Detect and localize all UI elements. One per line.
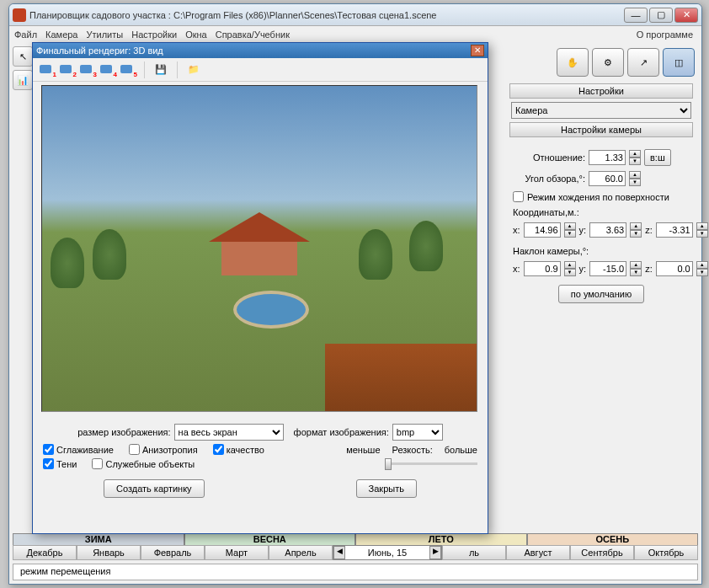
more-label: больше: [445, 445, 477, 455]
img-size-label: размер изображения:: [77, 427, 170, 437]
fov-down-icon[interactable]: ▼: [629, 179, 641, 186]
camera-1-icon[interactable]: 1: [40, 63, 55, 77]
menu-help[interactable]: Справка/Учебник: [216, 29, 290, 40]
smoothing-label: Сглаживание: [56, 445, 114, 455]
x-input[interactable]: [524, 222, 561, 238]
close-button[interactable]: ✕: [674, 8, 698, 23]
menu-settings[interactable]: Настройки: [131, 29, 177, 40]
spin-down-icon[interactable]: ▼: [630, 230, 642, 238]
spin-up-icon[interactable]: ▲: [564, 222, 576, 230]
maximize-button[interactable]: ▢: [649, 8, 673, 23]
minimize-button[interactable]: —: [624, 8, 648, 23]
tz-label: z:: [645, 264, 653, 274]
month-oct[interactable]: Октябрь: [634, 545, 698, 560]
titlebar[interactable]: Планировщик садового участка : C:\Progra…: [9, 4, 701, 26]
season-winter[interactable]: ЗИМА: [13, 533, 184, 545]
default-button[interactable]: по умолчанию: [558, 285, 644, 303]
month-jan[interactable]: Январь: [77, 545, 141, 560]
img-fmt-select[interactable]: bmp: [392, 424, 443, 441]
create-image-button[interactable]: Создать картинку: [104, 479, 205, 498]
aniso-label: Анизотропия: [142, 445, 198, 455]
right-panel: ✋ ⚙ ↗ ◫ Настройки Камера Настройки камер…: [504, 45, 698, 530]
month-feb[interactable]: Февраль: [141, 545, 205, 560]
ratio-up-icon[interactable]: ▲: [629, 150, 641, 158]
settings-header: Настройки: [509, 83, 693, 99]
z-input[interactable]: [656, 222, 693, 238]
month-sep[interactable]: Сентябрь: [570, 545, 634, 560]
svc-objects-checkbox[interactable]: [92, 458, 103, 469]
tilt-z-input[interactable]: [656, 261, 693, 276]
menu-camera[interactable]: Камера: [45, 29, 77, 40]
pointer-tool-icon[interactable]: ↖: [13, 46, 33, 67]
slider-thumb-icon[interactable]: [385, 458, 392, 470]
camera-3-icon[interactable]: 3: [80, 63, 95, 77]
timeline: ЗИМА ВЕСНА ЛЕТО ОСЕНЬ Декабрь Январь Фев…: [13, 533, 698, 560]
quality-label: качество: [227, 445, 264, 455]
ratio-input[interactable]: [589, 150, 626, 165]
quality-checkbox[interactable]: [213, 444, 224, 455]
camera-2-icon[interactable]: 2: [60, 63, 75, 77]
dialog-titlebar[interactable]: Финальный рендериг: 3D вид ✕: [33, 43, 488, 58]
ty-label: y:: [579, 264, 587, 274]
chart-tool-icon[interactable]: 📊: [13, 70, 33, 90]
aniso-checkbox[interactable]: [129, 444, 140, 455]
less-label: меньше: [346, 445, 380, 455]
spin-down-icon[interactable]: ▼: [564, 269, 576, 276]
mode-hand-icon[interactable]: ✋: [557, 48, 589, 77]
tx-label: x:: [513, 264, 520, 274]
menu-windows[interactable]: Окна: [185, 29, 207, 40]
season-summer[interactable]: ЛЕТО: [355, 533, 527, 545]
save-icon[interactable]: 💾: [153, 62, 168, 78]
month-apr[interactable]: Апрель: [269, 545, 333, 560]
ratio-down-icon[interactable]: ▼: [629, 158, 641, 165]
about-link[interactable]: О программе: [637, 29, 693, 40]
camera-5-icon[interactable]: 5: [120, 63, 136, 77]
season-autumn[interactable]: ОСЕНЬ: [527, 533, 699, 545]
folder-icon[interactable]: 📁: [186, 62, 201, 78]
month-aug[interactable]: Август: [506, 545, 570, 560]
smoothing-checkbox[interactable]: [43, 444, 54, 455]
spin-down-icon[interactable]: ▼: [696, 230, 708, 238]
fov-input[interactable]: [589, 171, 626, 186]
statusbar: режим перемещения: [13, 564, 698, 580]
shadows-checkbox[interactable]: [43, 458, 54, 469]
render-preview: [41, 85, 477, 412]
ratio-swap-button[interactable]: в:ш: [644, 149, 671, 166]
menu-file[interactable]: Файл: [14, 29, 37, 40]
window-title: Планировщик садового участка : C:\Progra…: [29, 10, 624, 20]
spin-down-icon[interactable]: ▼: [696, 269, 708, 276]
menu-utils[interactable]: Утилиты: [87, 29, 124, 40]
spin-up-icon[interactable]: ▲: [696, 222, 708, 230]
spin-up-icon[interactable]: ▲: [630, 261, 642, 269]
close-dialog-button[interactable]: Закрыть: [356, 479, 417, 498]
spin-down-icon[interactable]: ▼: [630, 269, 642, 276]
walk-mode-checkbox[interactable]: [513, 191, 524, 202]
slider-next-icon[interactable]: ▶: [429, 546, 441, 559]
dialog-close-button[interactable]: ✕: [471, 45, 484, 56]
app-icon: [13, 8, 26, 22]
season-spring[interactable]: ВЕСНА: [184, 533, 356, 545]
camera-4-icon[interactable]: 4: [100, 63, 115, 77]
spin-up-icon[interactable]: ▲: [696, 261, 708, 269]
month-dec[interactable]: Декабрь: [13, 545, 77, 560]
month-jul[interactable]: ль: [442, 545, 506, 560]
fov-up-icon[interactable]: ▲: [629, 171, 641, 179]
menubar: Файл Камера Утилиты Настройки Окна Справ…: [9, 26, 701, 43]
y-input[interactable]: [589, 222, 626, 238]
sharpness-slider[interactable]: [385, 462, 477, 465]
spin-down-icon[interactable]: ▼: [564, 230, 576, 238]
month-slider[interactable]: ◀ Июнь, 15 ▶: [333, 545, 442, 560]
img-size-select[interactable]: на весь экран: [174, 424, 284, 441]
spin-up-icon[interactable]: ▲: [564, 261, 576, 269]
mode-measure-icon[interactable]: ↗: [627, 48, 659, 77]
settings-select[interactable]: Камера: [511, 102, 691, 119]
month-mar[interactable]: Март: [205, 545, 269, 560]
mode-pipe-icon[interactable]: ⚙: [592, 48, 624, 77]
spin-up-icon[interactable]: ▲: [630, 222, 642, 230]
slider-prev-icon[interactable]: ◀: [333, 546, 345, 559]
tilt-y-input[interactable]: [589, 261, 626, 276]
ratio-label: Отношение:: [513, 152, 585, 163]
mode-cube-icon[interactable]: ◫: [663, 48, 695, 77]
tilt-label: Наклон камеры,°:: [513, 246, 690, 256]
tilt-x-input[interactable]: [524, 261, 561, 276]
